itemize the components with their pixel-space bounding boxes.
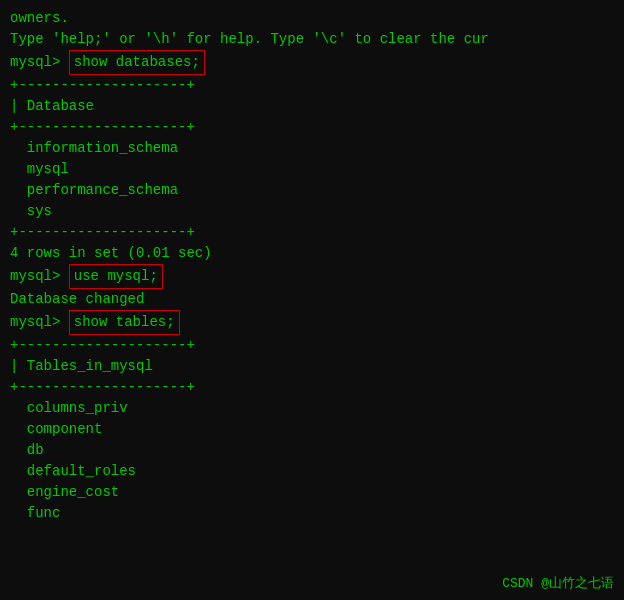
table-row-line: component xyxy=(10,419,614,440)
table-row-line: information_schema xyxy=(10,138,614,159)
terminal-line: Type 'help;' or '\h' for help. Type '\c'… xyxy=(10,29,614,50)
table-border-line: +--------------------+ xyxy=(10,75,614,96)
terminal-line: 4 rows in set (0.01 sec) xyxy=(10,243,614,264)
command-text: show tables; xyxy=(69,310,180,335)
table-row-line: mysql xyxy=(10,159,614,180)
prompt-text: mysql> xyxy=(10,52,69,73)
prompt-text: mysql> xyxy=(10,266,69,287)
table-header-line: | Database xyxy=(10,96,614,117)
table-row-line: default_roles xyxy=(10,461,614,482)
table-row-line: columns_priv xyxy=(10,398,614,419)
table-border-line: +--------------------+ xyxy=(10,335,614,356)
table-border-line: +--------------------+ xyxy=(10,377,614,398)
table-border-line: +--------------------+ xyxy=(10,222,614,243)
terminal-line: Database changed xyxy=(10,289,614,310)
table-border-line: +--------------------+ xyxy=(10,117,614,138)
terminal-line: owners. xyxy=(10,8,614,29)
table-row-line: performance_schema xyxy=(10,180,614,201)
watermark: CSDN @山竹之七语 xyxy=(502,574,614,592)
table-row-line: engine_cost xyxy=(10,482,614,503)
prompt-line: mysql> show tables; xyxy=(10,310,614,335)
table-header-line: | Tables_in_mysql xyxy=(10,356,614,377)
command-text: use mysql; xyxy=(69,264,163,289)
table-row-line: sys xyxy=(10,201,614,222)
prompt-line: mysql> show databases; xyxy=(10,50,614,75)
command-text: show databases; xyxy=(69,50,205,75)
table-row-line: func xyxy=(10,503,614,524)
prompt-line: mysql> use mysql; xyxy=(10,264,614,289)
prompt-text: mysql> xyxy=(10,312,69,333)
terminal: owners.Type 'help;' or '\h' for help. Ty… xyxy=(0,0,624,600)
table-row-line: db xyxy=(10,440,614,461)
